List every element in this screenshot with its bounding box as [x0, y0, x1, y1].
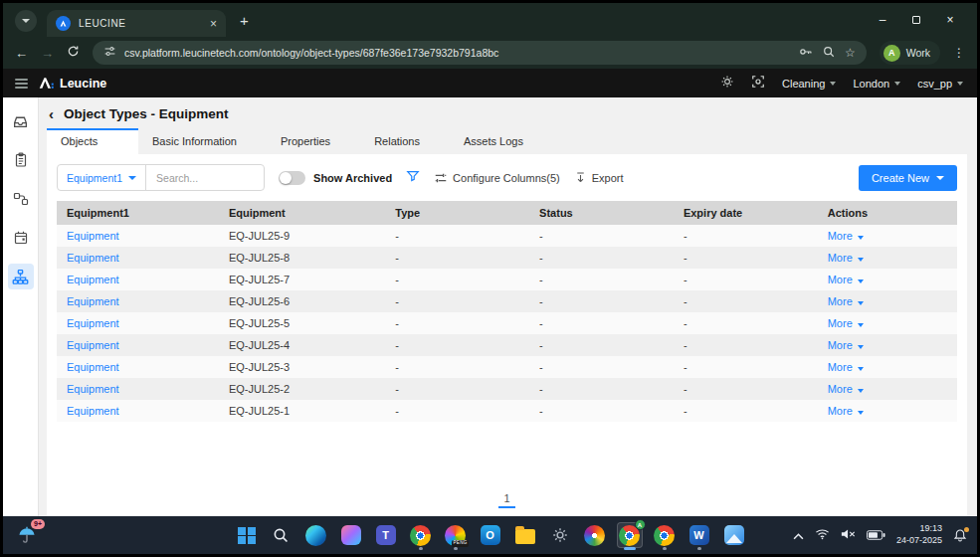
tab-objects[interactable]: Objects: [47, 128, 138, 154]
forward-button[interactable]: →: [41, 46, 54, 61]
more-button[interactable]: More: [828, 361, 864, 373]
tune-icon[interactable]: [103, 44, 116, 62]
chrome-work-button[interactable]: A: [617, 522, 643, 548]
close-button[interactable]: ×: [933, 3, 967, 37]
chrome-secondary-button[interactable]: [652, 522, 678, 548]
object-link[interactable]: Equipment: [67, 361, 119, 373]
chevron-down-icon: [858, 301, 864, 305]
object-link[interactable]: Equipment: [67, 317, 119, 329]
cell-expiry: -: [684, 274, 687, 285]
url-omnibox[interactable]: csv.platform.leucinetech.com/ontology/ob…: [93, 41, 867, 65]
chevron-down-icon: [858, 279, 864, 283]
objects-panel: Equipment1 Show Archived: [47, 154, 967, 516]
copilot-365-button[interactable]: PENG: [443, 522, 469, 548]
object-link[interactable]: Equipment: [67, 252, 119, 264]
more-button[interactable]: More: [828, 383, 864, 395]
chevron-down-icon: [957, 82, 963, 86]
tab-title: LEUCINE: [79, 18, 202, 29]
battery-button[interactable]: [867, 526, 885, 544]
bookmark-star-icon[interactable]: ☆: [845, 46, 856, 60]
copilot-icon: [341, 525, 361, 545]
notification-bell-button[interactable]: [953, 528, 967, 543]
tab-assets-logs[interactable]: Assets Logs: [450, 128, 553, 154]
object-link[interactable]: Equipment: [67, 339, 119, 351]
paint-icon: [584, 525, 605, 546]
hamburger-menu-icon: [15, 77, 28, 91]
chrome-button[interactable]: [408, 522, 434, 548]
sidebar-item-checklists[interactable]: [8, 147, 34, 173]
edge-icon: [305, 525, 326, 546]
browser-profile-chip[interactable]: A Work: [880, 41, 940, 65]
tab-relations[interactable]: Relations: [360, 128, 450, 154]
copilot-button[interactable]: [338, 522, 364, 548]
taskbar-clock[interactable]: 19:13 24-07-2025: [896, 523, 942, 546]
export-button[interactable]: Export: [574, 171, 624, 184]
cell-type: -: [395, 317, 399, 329]
tab-properties[interactable]: Properties: [267, 128, 360, 154]
browser-tab[interactable]: LEUCINE ×: [47, 10, 226, 37]
more-button[interactable]: More: [828, 274, 864, 285]
use-case-dropdown[interactable]: Cleaning: [782, 78, 836, 90]
more-button[interactable]: More: [828, 317, 864, 329]
app-brand: Leucine: [39, 77, 106, 91]
show-archived-toggle[interactable]: [279, 171, 305, 185]
cell-type: -: [395, 230, 399, 242]
start-button[interactable]: [234, 522, 260, 548]
more-button[interactable]: More: [828, 339, 864, 351]
settings-icon[interactable]: [720, 75, 734, 93]
export-label: Export: [592, 172, 624, 184]
workspace: ‹ Object Types - Equipment Objects Basic…: [3, 97, 977, 516]
paint-button[interactable]: [582, 522, 608, 548]
tray-chevron-button[interactable]: [793, 526, 804, 544]
back-chevron-icon[interactable]: ‹: [49, 106, 54, 121]
sidebar-item-processes[interactable]: [8, 186, 34, 212]
new-tab-button[interactable]: +: [240, 12, 249, 29]
object-link[interactable]: Equipment: [67, 383, 119, 395]
teams-button[interactable]: T: [373, 522, 399, 548]
word-button[interactable]: W: [686, 522, 712, 548]
page-1-button[interactable]: 1: [498, 491, 514, 508]
sidebar-item-scheduler[interactable]: [8, 225, 34, 251]
minimize-button[interactable]: –: [866, 3, 899, 37]
back-button[interactable]: ←: [15, 46, 28, 61]
volume-button[interactable]: [841, 526, 856, 544]
facility-dropdown[interactable]: London: [853, 78, 900, 90]
configure-columns-label: Configure Columns(5): [453, 172, 560, 184]
sidebar-item-inbox[interactable]: [8, 108, 34, 134]
account-dropdown[interactable]: csv_pp: [917, 78, 963, 90]
filter-type-dropdown[interactable]: Equipment1: [58, 165, 146, 190]
table-row: EquipmentEQ-JUL25-2---More: [57, 378, 957, 400]
settings-button[interactable]: [547, 522, 573, 548]
browser-menu-button[interactable]: ⋮: [953, 46, 965, 60]
more-button[interactable]: More: [828, 295, 864, 307]
restore-button[interactable]: [899, 3, 933, 37]
edge-button[interactable]: [303, 522, 329, 548]
zoom-icon[interactable]: [823, 44, 835, 62]
file-explorer-button[interactable]: [512, 522, 538, 548]
tab-basic-information[interactable]: Basic Information: [138, 128, 267, 154]
tab-close-icon[interactable]: ×: [210, 18, 217, 30]
tab-search-button[interactable]: [15, 10, 37, 32]
photos-icon: [724, 525, 744, 545]
object-link[interactable]: Equipment: [67, 274, 119, 285]
create-new-button[interactable]: Create New: [859, 165, 957, 191]
object-link[interactable]: Equipment: [67, 230, 119, 242]
filter-funnel-icon[interactable]: [406, 169, 420, 187]
more-button[interactable]: More: [828, 252, 864, 264]
photos-button[interactable]: [721, 522, 747, 548]
outlook-button[interactable]: O: [478, 522, 503, 548]
more-button[interactable]: More: [828, 230, 864, 242]
object-link[interactable]: Equipment: [67, 405, 119, 417]
weather-widget-button[interactable]: 9+: [13, 521, 41, 549]
object-link[interactable]: Equipment: [67, 295, 119, 307]
taskbar-search-button[interactable]: [269, 522, 294, 548]
search-input[interactable]: [146, 165, 264, 190]
wifi-button[interactable]: [815, 526, 830, 544]
configure-columns-button[interactable]: Configure Columns(5): [434, 171, 560, 185]
sidebar-item-ontology[interactable]: [8, 264, 34, 289]
reload-button[interactable]: [67, 44, 80, 62]
sidebar-toggle-button[interactable]: [3, 77, 39, 91]
scan-icon[interactable]: [751, 75, 765, 93]
key-icon[interactable]: [799, 44, 813, 62]
more-button[interactable]: More: [828, 405, 864, 417]
